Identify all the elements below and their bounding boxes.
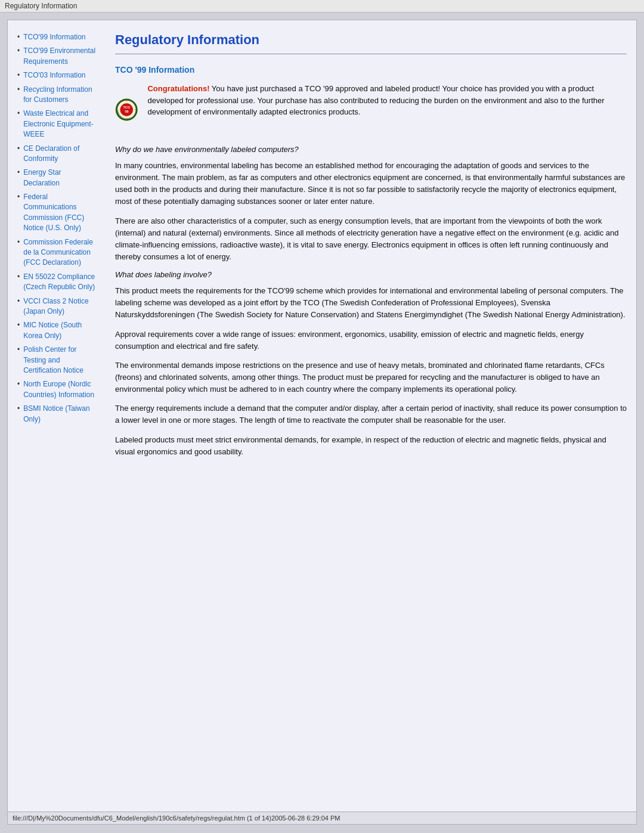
para-7: Labeled products must meet strict enviro… <box>115 434 627 458</box>
tco-intro-text: Congratulations! You have just purchased… <box>147 83 627 118</box>
sidebar-link-ce[interactable]: CE Declaration of Conformity <box>23 144 98 165</box>
section-title: TCO '99 Information <box>115 65 627 75</box>
svg-point-9 <box>117 109 118 110</box>
sidebar-item-vcci[interactable]: VCCI Class 2 Notice (Japan Only) <box>17 296 98 317</box>
page-title: Regulatory Information <box>115 32 627 48</box>
sidebar-link-mic[interactable]: MIC Notice (South Korea Only) <box>23 320 98 341</box>
para-1: In many countries, environmental labelin… <box>115 160 627 208</box>
congrats-label: Congratulations! <box>147 84 209 93</box>
sidebar-link-recycling[interactable]: Recycling Information for Customers <box>23 85 98 106</box>
sidebar-item-weee[interactable]: Waste Electrical and Electronic Equipmen… <box>17 109 98 140</box>
sidebar-item-polish[interactable]: Polish Center for Testing and Certificat… <box>17 345 98 376</box>
svg-text:TCO: TCO <box>123 106 130 109</box>
divider <box>115 54 627 54</box>
para-3: This product meets the requirements for … <box>115 285 627 321</box>
tco-logo: TCO '99 ECOLOGY ENERGY EMISSIONS ERGONOM… <box>115 83 138 137</box>
sidebar-link-tco99-info[interactable]: TCO'99 Information <box>23 32 85 42</box>
sidebar-link-tco03[interactable]: TCO'03 Information <box>23 70 85 80</box>
para-5: The environmental demands impose restric… <box>115 360 627 395</box>
sidebar-link-tco99-env[interactable]: TCO'99 Environmental Requirements <box>23 46 98 67</box>
sidebar-item-tco03[interactable]: TCO'03 Information <box>17 70 98 80</box>
sidebar-item-mic[interactable]: MIC Notice (South Korea Only) <box>17 320 98 341</box>
sidebar-item-fcc[interactable]: Federal Communications Commission (FCC) … <box>17 192 98 234</box>
heading-what-labeling: What does labeling involve? <box>115 270 627 279</box>
para-4: Approval requirements cover a wide range… <box>115 329 627 352</box>
title-bar: Regulatory Information <box>0 0 644 13</box>
sidebar-item-energy-star[interactable]: Energy Star Declaration <box>17 168 98 188</box>
sidebar-item-ce[interactable]: CE Declaration of Conformity <box>17 144 98 165</box>
sidebar-link-polish[interactable]: Polish Center for Testing and Certificat… <box>23 345 98 376</box>
sidebar-link-weee[interactable]: Waste Electrical and Electronic Equipmen… <box>23 109 98 140</box>
outer-frame: TCO'99 Information TCO'99 Environmental … <box>7 20 637 825</box>
sidebar-item-en55022[interactable]: EN 55022 Compliance (Czech Republic Only… <box>17 272 98 293</box>
sidebar-link-energy-star[interactable]: Energy Star Declaration <box>23 168 98 188</box>
sidebar-link-en55022[interactable]: EN 55022 Compliance (Czech Republic Only… <box>23 272 98 293</box>
para-6: The energy requirements include a demand… <box>115 402 627 426</box>
footer-bar: file:///D|/My%20Documents/dfu/C6_Model/e… <box>8 812 636 824</box>
sidebar-link-commission[interactable]: Commission Federale de la Communication … <box>23 237 98 268</box>
sidebar-item-commission[interactable]: Commission Federale de la Communication … <box>17 237 98 268</box>
svg-point-7 <box>126 100 127 101</box>
sidebar-item-recycling[interactable]: Recycling Information for Customers <box>17 85 98 106</box>
para-2: There are also other characteristics of … <box>115 215 627 264</box>
footer-text: file:///D|/My%20Documents/dfu/C6_Model/e… <box>13 815 340 822</box>
heading-why-labeled: Why do we have environmentally labeled c… <box>115 145 627 154</box>
sidebar: TCO'99 Information TCO'99 Environmental … <box>17 32 106 800</box>
main-content: TCO'99 Information TCO'99 Environmental … <box>8 20 636 812</box>
title-bar-text: Regulatory Information <box>5 2 77 10</box>
svg-point-10 <box>135 109 136 110</box>
intro-text-body: You have just purchased a TCO '99 approv… <box>147 84 604 116</box>
sidebar-link-north-europe[interactable]: North Europe (Nordic Countries) Informat… <box>23 379 98 400</box>
sidebar-link-fcc[interactable]: Federal Communications Commission (FCC) … <box>23 192 98 234</box>
content-area: Regulatory Information TCO '99 Informati… <box>106 32 627 800</box>
sidebar-nav: TCO'99 Information TCO'99 Environmental … <box>17 32 98 425</box>
sidebar-item-north-europe[interactable]: North Europe (Nordic Countries) Informat… <box>17 379 98 400</box>
tco-intro-block: TCO '99 ECOLOGY ENERGY EMISSIONS ERGONOM… <box>115 83 627 137</box>
sidebar-item-tco99-info[interactable]: TCO'99 Information <box>17 32 98 42</box>
sidebar-item-bsmi[interactable]: BSMI Notice (Taiwan Only) <box>17 404 98 425</box>
sidebar-link-bsmi[interactable]: BSMI Notice (Taiwan Only) <box>23 404 98 425</box>
svg-text:'99: '99 <box>125 110 129 113</box>
svg-point-8 <box>126 118 127 119</box>
sidebar-link-vcci[interactable]: VCCI Class 2 Notice (Japan Only) <box>23 296 98 317</box>
sidebar-item-tco99-env[interactable]: TCO'99 Environmental Requirements <box>17 46 98 67</box>
